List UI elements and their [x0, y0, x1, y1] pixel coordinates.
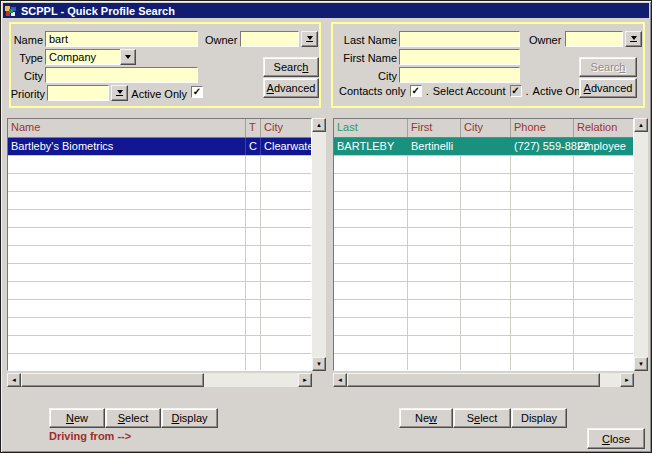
scroll-left-button[interactable]: ◄ — [333, 373, 347, 387]
separator-dot: . — [426, 85, 429, 97]
company-table-horizontal-scrollbar[interactable]: ◄ ► — [7, 373, 312, 387]
company-results-table: Name T City Bartleby's Biometrics C Clea… — [7, 118, 312, 371]
cell-relation: Employee — [574, 138, 633, 155]
contact-display-button[interactable]: Display — [511, 408, 567, 428]
search-button[interactable]: Search — [263, 57, 319, 77]
table-row[interactable] — [8, 246, 311, 264]
cell-city: Clearwater — [261, 138, 311, 155]
column-header-last: Last — [334, 119, 408, 137]
active-only-label: Active Only — [131, 88, 187, 100]
column-header-city: City — [461, 119, 511, 137]
table-row[interactable] — [8, 336, 311, 354]
close-button[interactable]: Close — [587, 428, 645, 449]
name-input[interactable] — [45, 31, 198, 47]
type-dropdown-button[interactable] — [120, 49, 136, 65]
contacts-only-label: Contacts only — [339, 85, 406, 97]
check-icon: ✓ — [511, 86, 519, 96]
type-label: Type — [11, 52, 43, 64]
table-row[interactable] — [334, 228, 633, 246]
table-row-selected[interactable]: Bartleby's Biometrics C Clearwater — [8, 138, 311, 156]
cell-city — [461, 138, 511, 155]
company-new-button[interactable]: New — [49, 408, 105, 428]
scroll-down-button[interactable]: ▼ — [312, 357, 326, 371]
select-account-checkbox[interactable]: ✓ — [510, 85, 522, 97]
table-row[interactable] — [8, 156, 311, 174]
column-header-t: T — [246, 119, 261, 137]
check-icon: ✓ — [411, 86, 419, 96]
contacts-only-checkbox[interactable]: ✓ — [410, 85, 422, 97]
table-row[interactable] — [334, 264, 633, 282]
table-row[interactable] — [334, 156, 633, 174]
contact-select-button[interactable]: Select — [453, 408, 511, 428]
table-row[interactable] — [8, 354, 311, 371]
owner-input[interactable] — [240, 31, 299, 47]
table-row[interactable] — [334, 318, 633, 336]
table-row[interactable] — [8, 228, 311, 246]
priority-lov-button[interactable] — [111, 85, 128, 101]
driving-from-label: Driving from --> — [49, 430, 131, 442]
advanced-button[interactable]: Advanced — [579, 78, 637, 98]
combo-down-icon — [117, 90, 123, 94]
scroll-right-button[interactable]: ► — [298, 373, 312, 387]
city-input[interactable] — [45, 67, 198, 83]
advanced-button[interactable]: Advanced — [263, 78, 319, 98]
company-select-button[interactable]: Select — [105, 408, 161, 428]
priority-input[interactable] — [47, 85, 109, 101]
up-arrow-icon: ▲ — [316, 122, 322, 128]
combo-down-icon — [307, 36, 313, 40]
table-row[interactable] — [334, 282, 633, 300]
city-input[interactable] — [399, 67, 520, 83]
scroll-left-button[interactable]: ◄ — [7, 373, 21, 387]
right-arrow-icon: ► — [302, 377, 308, 383]
type-dropdown[interactable]: Company — [45, 49, 136, 65]
last-name-input[interactable] — [399, 31, 520, 47]
table-row[interactable] — [334, 336, 633, 354]
table-row[interactable] — [8, 174, 311, 192]
owner-label: Owner — [529, 34, 561, 46]
table-row[interactable] — [334, 354, 633, 371]
scroll-down-button[interactable]: ▼ — [634, 357, 648, 371]
company-display-button[interactable]: Display — [161, 408, 218, 428]
table-row[interactable] — [8, 210, 311, 228]
city-label: City — [337, 70, 397, 82]
scroll-up-button[interactable]: ▲ — [634, 118, 648, 132]
table-row[interactable] — [334, 300, 633, 318]
owner-lov-button[interactable] — [301, 31, 318, 47]
scrollbar-thumb[interactable] — [347, 373, 600, 387]
app-icon — [5, 5, 17, 17]
cell-name: Bartleby's Biometrics — [8, 138, 246, 155]
owner-input[interactable] — [565, 31, 623, 47]
table-row[interactable] — [8, 300, 311, 318]
company-search-panel: Name Owner Type Company City Priority Ac… — [9, 22, 321, 108]
table-row[interactable] — [8, 264, 311, 282]
left-arrow-icon: ◄ — [11, 377, 17, 383]
check-icon: ✓ — [193, 87, 201, 97]
table-row[interactable] — [8, 192, 311, 210]
column-header-relation: Relation — [574, 119, 633, 137]
table-row[interactable] — [334, 210, 633, 228]
table-row[interactable] — [334, 192, 633, 210]
quick-profile-search-window: SCPPL - Quick Profile Search Name Owner … — [0, 0, 652, 453]
contact-table-horizontal-scrollbar[interactable]: ◄ ► — [333, 373, 634, 387]
first-name-label: First Name — [337, 52, 397, 64]
scrollbar-thumb[interactable] — [21, 373, 204, 387]
title-bar[interactable]: SCPPL - Quick Profile Search — [3, 3, 649, 18]
company-table-vertical-scrollbar[interactable]: ▲ ▼ — [312, 118, 326, 371]
table-row[interactable] — [334, 246, 633, 264]
cell-first: Bertinelli — [408, 138, 461, 155]
table-row-selected[interactable]: BARTLEBY Bertinelli (727) 559-8822 Emplo… — [334, 138, 633, 156]
scroll-up-button[interactable]: ▲ — [312, 118, 326, 132]
owner-lov-button[interactable] — [625, 31, 642, 47]
active-only-checkbox[interactable]: ✓ — [191, 86, 203, 98]
column-header-city: City — [261, 119, 311, 137]
table-header-row: Last First City Phone Relation — [334, 119, 633, 138]
contact-table-vertical-scrollbar[interactable]: ▲ ▼ — [634, 118, 648, 371]
first-name-input[interactable] — [399, 49, 520, 65]
scroll-right-button[interactable]: ► — [620, 373, 634, 387]
table-row[interactable] — [334, 174, 633, 192]
contact-new-button[interactable]: New — [399, 408, 453, 428]
column-header-phone: Phone — [511, 119, 574, 137]
owner-label: Owner — [205, 34, 237, 46]
table-row[interactable] — [8, 282, 311, 300]
table-row[interactable] — [8, 318, 311, 336]
